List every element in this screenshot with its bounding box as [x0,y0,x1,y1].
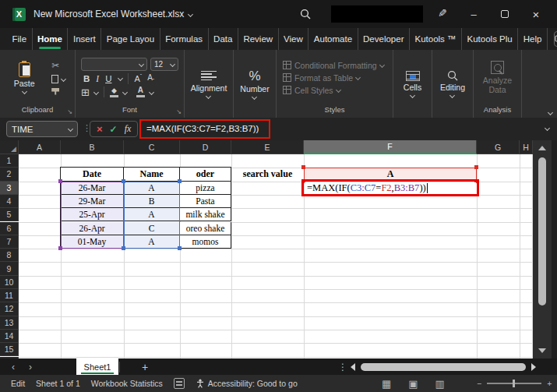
alignment-button[interactable]: Alignment [186,68,232,100]
normal-view-button[interactable]: ▦ [382,378,391,390]
tab-formulas[interactable]: Formulas [160,28,209,50]
column-header-G[interactable]: G [477,140,520,154]
tab-help[interactable]: Help [518,28,548,50]
zoom-slider[interactable] [487,383,541,384]
row-header-7[interactable]: 7 [0,235,19,249]
cell-C6[interactable]: C [124,222,180,235]
row-header-12[interactable]: 12 [0,302,19,316]
name-box[interactable]: TIME [6,121,78,137]
vertical-scroll-thumb[interactable] [538,157,546,305]
cell-C7[interactable]: A [124,235,180,249]
column-header-B[interactable]: B [61,140,124,154]
underline-button[interactable]: U [103,74,114,83]
comments-button[interactable] [554,31,557,47]
prev-sheet-button[interactable]: ‹ [5,362,22,373]
workbook-statistics-icon[interactable] [174,378,185,389]
cell-C4[interactable]: B [124,195,180,208]
table-header-Date[interactable]: Date [61,168,124,181]
maximize-button[interactable] [489,0,520,28]
horizontal-scrollbar[interactable] [351,361,550,373]
horizontal-scroll-thumb[interactable] [361,363,526,371]
enter-icon[interactable]: ✓ [110,124,118,135]
analyze-data-button[interactable]: Analyze Data [474,59,521,96]
clipboard-dialog-launcher[interactable]: ↘ [67,109,72,115]
tab-kutools[interactable]: Kutools ™ [410,28,462,50]
insert-function-icon[interactable]: fx [125,123,132,135]
font-dialog-launcher[interactable]: ↘ [176,109,182,115]
editing-button[interactable]: Editing [435,69,470,99]
scroll-right-arrow[interactable] [531,363,536,371]
font-color-chevron-icon[interactable] [149,89,154,94]
table-header-oder[interactable]: oder [180,168,231,181]
italic-button[interactable]: I [93,74,101,83]
cancel-icon[interactable]: × [97,123,103,135]
tab-file[interactable]: File [6,28,33,50]
cell-C5[interactable]: A [124,208,180,221]
scroll-left-arrow[interactable] [351,363,355,371]
spreadsheet-grid[interactable]: ◢ ABCDEFGH 12345678910111213141516 DateN… [0,140,533,358]
scroll-up-arrow[interactable] [538,146,546,150]
next-sheet-button[interactable]: › [22,362,39,373]
sheet-tab-sheet1[interactable]: Sheet1 [76,358,118,375]
zoom-out-button[interactable]: − [477,379,481,388]
row-header-15[interactable]: 15 [0,343,19,356]
scroll-down-arrow[interactable] [538,348,546,353]
ink-pen-icon[interactable]: ✎ [438,7,447,19]
tab-insert[interactable]: Insert [68,28,101,50]
cell-B5[interactable]: 25-Apr [61,208,124,221]
zoom-slider-thumb[interactable] [513,380,515,387]
select-all-corner[interactable]: ◢ [0,140,19,154]
cell-B3[interactable]: 26-Mar [61,182,124,195]
shrink-font-button[interactable]: Aˇ [147,73,154,83]
row-header-13[interactable]: 13 [0,316,19,330]
row-header-6[interactable]: 6 [0,222,19,235]
collapse-ribbon-chevron-icon[interactable] [548,110,553,115]
column-header-H[interactable]: H [520,140,533,154]
formula-bar-input[interactable]: =MAX(IF(C3:C7=F2,B3:B7)) [141,121,269,136]
cut-button[interactable]: ✂ [51,61,65,70]
format-painter-button[interactable] [51,88,59,95]
borders-chevron-icon[interactable] [93,89,99,94]
conditional-formatting-button[interactable]: Conditional Formatting [283,61,384,70]
bold-button[interactable]: B [81,74,92,83]
cell-D7[interactable]: momos [180,235,231,249]
font-size-combo[interactable]: 12 [150,58,178,71]
borders-button[interactable]: ⊞ [81,87,90,98]
number-button[interactable]: % Number [235,68,273,101]
page-break-view-button[interactable]: ▥ [435,378,445,390]
accessibility-status[interactable]: Accessibility: Good to go [208,379,298,388]
row-header-1[interactable]: 1 [0,154,19,168]
cell-B7[interactable]: 01-May [61,235,124,249]
close-button[interactable]: × [520,0,552,28]
expand-formula-bar-chevron-icon[interactable] [545,125,550,131]
cell-D5[interactable]: milk shake [180,208,231,221]
column-header-E[interactable]: E [231,140,304,154]
cell-D6[interactable]: oreo shake [180,222,231,235]
cell-D4[interactable]: Pasta [180,195,231,208]
grow-font-button[interactable]: Aˆ [134,73,142,83]
tab-page-layou[interactable]: Page Layou [101,28,160,50]
row-header-5[interactable]: 5 [0,208,19,221]
column-header-A[interactable]: A [19,140,61,154]
row-header-11[interactable]: 11 [0,289,19,302]
new-sheet-button[interactable]: + [142,361,148,373]
row-header-4[interactable]: 4 [0,195,19,208]
tab-view[interactable]: View [279,28,309,50]
paste-button[interactable]: Paste [9,61,40,95]
tab-developer[interactable]: Developer [358,28,410,50]
cell-B4[interactable]: 29-Mar [61,195,124,208]
row-header-8[interactable]: 8 [0,249,19,262]
row-header-2[interactable]: 2 [0,168,19,181]
copy-button[interactable] [51,75,65,83]
row-header-3[interactable]: 3 [0,182,19,195]
tab-home[interactable]: Home [33,28,69,50]
column-header-F[interactable]: F [304,140,477,154]
fill-color-chevron-icon[interactable] [122,89,128,94]
fill-color-button[interactable]: ◆ [110,87,118,97]
vertical-scrollbar[interactable] [533,140,552,358]
row-header-14[interactable]: 14 [0,330,19,343]
cell-C3[interactable]: A [124,182,180,195]
format-as-table-button[interactable]: Format as Table [283,73,360,83]
tab-review[interactable]: Review [238,28,279,50]
cell-D3[interactable]: pizza [180,182,231,195]
